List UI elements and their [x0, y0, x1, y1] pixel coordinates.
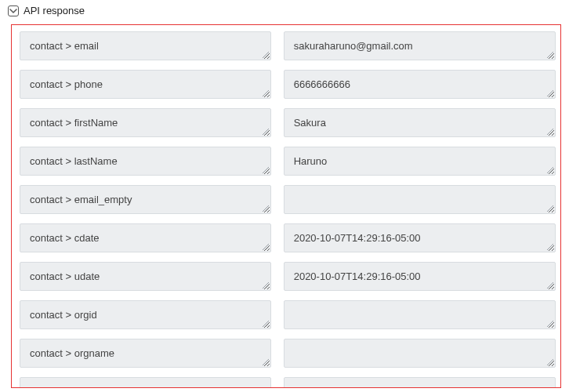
- resize-grip-icon: [261, 281, 269, 289]
- resize-grip-icon: [261, 127, 269, 135]
- resize-grip-icon: [261, 358, 269, 365]
- response-key-field[interactable]: contact > email: [20, 31, 271, 60]
- response-value-field[interactable]: sakuraharuno@gmail.com: [284, 31, 556, 60]
- response-value-field[interactable]: 2020-10-07T14:29:16-05:00: [284, 262, 556, 291]
- response-key-field[interactable]: contact > orgid: [20, 300, 271, 329]
- response-value-field[interactable]: https://tabassumahmedkhan2711.api: [284, 377, 556, 387]
- resize-grip-icon: [545, 319, 553, 327]
- response-key-field[interactable]: contact > cdate: [20, 223, 271, 252]
- resize-grip-icon: [545, 127, 553, 135]
- response-key-field[interactable]: contact > udate: [20, 262, 271, 291]
- response-key-field[interactable]: contact > email_empty: [20, 185, 271, 214]
- response-value-field[interactable]: Haruno: [284, 147, 556, 176]
- resize-grip-icon: [545, 50, 553, 58]
- section-header: API response: [0, 0, 569, 24]
- resize-grip-icon: [545, 165, 553, 173]
- api-response-panel: contact > emailsakuraharuno@gmail.comcon…: [11, 24, 561, 388]
- resize-grip-icon: [261, 242, 269, 250]
- resize-grip-icon: [545, 358, 553, 365]
- response-row: contact > links > bounceLogshttps://taba…: [20, 377, 556, 387]
- response-value-field[interactable]: Sakura: [284, 108, 556, 137]
- response-row: contact > udate2020-10-07T14:29:16-05:00: [20, 262, 556, 291]
- response-row: contact > phone6666666666: [20, 70, 556, 99]
- resize-grip-icon: [545, 281, 553, 289]
- resize-grip-icon: [545, 89, 553, 96]
- response-key-field[interactable]: contact > firstName: [20, 108, 271, 137]
- response-key-field[interactable]: contact > phone: [20, 70, 271, 99]
- response-value-field[interactable]: [284, 300, 556, 329]
- response-row: contact > lastNameHaruno: [20, 147, 556, 176]
- response-key-field[interactable]: contact > orgname: [20, 339, 271, 368]
- resize-grip-icon: [261, 165, 269, 173]
- resize-grip-icon: [261, 89, 269, 96]
- response-key-field[interactable]: contact > links > bounceLogs: [20, 377, 271, 387]
- resize-grip-icon: [261, 319, 269, 327]
- section-title: API response: [24, 5, 85, 16]
- response-row: contact > emailsakuraharuno@gmail.com: [20, 31, 556, 60]
- resize-grip-icon: [545, 204, 553, 212]
- response-row: contact > cdate2020-10-07T14:29:16-05:00: [20, 223, 556, 252]
- response-row: contact > firstNameSakura: [20, 108, 556, 137]
- response-row: contact > email_empty: [20, 185, 556, 214]
- response-row: contact > orgname: [20, 339, 556, 368]
- response-key-field[interactable]: contact > lastName: [20, 147, 271, 176]
- response-value-field[interactable]: 6666666666: [284, 70, 556, 99]
- collapse-toggle[interactable]: [8, 5, 19, 16]
- resize-grip-icon: [545, 242, 553, 250]
- response-value-field[interactable]: 2020-10-07T14:29:16-05:00: [284, 223, 556, 252]
- response-row: contact > orgid: [20, 300, 556, 329]
- resize-grip-icon: [261, 50, 269, 58]
- response-value-field[interactable]: [284, 339, 556, 368]
- response-value-field[interactable]: [284, 185, 556, 214]
- resize-grip-icon: [261, 204, 269, 212]
- api-response-scroll[interactable]: contact > emailsakuraharuno@gmail.comcon…: [12, 25, 560, 387]
- chevron-down-icon: [9, 7, 17, 15]
